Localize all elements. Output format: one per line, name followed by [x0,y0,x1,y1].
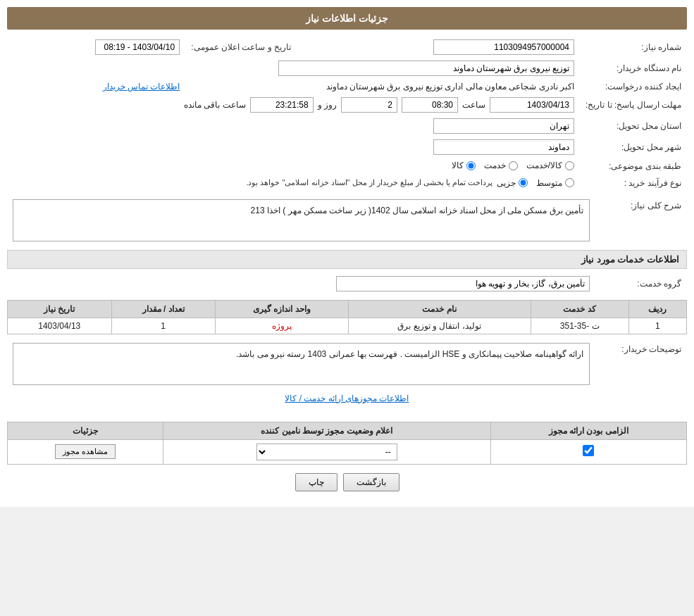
table-row: 1 ت -35-351 تولید، انتقال و توزیع برق پر… [8,318,687,334]
cell-unit: پروژه [215,318,348,334]
service-group-label: گروه خدمت: [595,273,687,294]
col-header-unit: واحد اندازه گیری [215,300,348,318]
need-desc-label: شرح کلی نیاز: [595,196,687,244]
days-label: روز و [318,100,337,110]
perm-status-cell: -- [163,439,490,464]
cell-code: ت -35-351 [531,318,628,334]
need-number-input[interactable] [433,39,574,55]
buyer-notes-value: ارائه گواهینامه صلاحیت پیمانکاری و HSE ا… [13,343,590,385]
response-date-input [490,97,574,113]
category-option-khedmat[interactable]: خدمت [484,161,518,170]
action-buttons: بازگشت چاپ [7,473,687,491]
category-option-kala-khedmat[interactable]: کالا/خدمت [526,161,574,170]
buyer-notes-label: توضیحات خریدار: [595,340,687,388]
col-header-row: ردیف [628,300,686,318]
remaining-label: ساعت باقی مانده [184,100,246,110]
city-input [433,139,574,155]
announce-date-label: تاریخ و ساعت اعلان عمومی: [185,37,297,58]
need-number-label: شماره نیاز: [580,37,687,58]
col-header-name: نام خدمت [348,300,531,318]
cell-date: 1403/04/13 [8,318,112,334]
remaining-days-input [341,97,397,113]
perm-details-cell: مشاهده مجوز [8,439,163,464]
perm-status-select[interactable]: -- [256,444,397,460]
view-permit-button[interactable]: مشاهده مجوز [55,444,116,459]
services-section-title: اطلاعات خدمات مورد نیاز [7,250,687,269]
service-group-input [336,276,590,291]
back-button[interactable]: بازگشت [343,473,399,491]
remaining-time-input [250,97,314,113]
perm-col-required: الزامی بودن ارائه مجوز [490,422,686,439]
perm-required-checkbox[interactable] [583,445,594,456]
perm-col-details: جزئیات [8,422,163,439]
purchase-type-label: نوع فرآیند خرید : [580,175,687,191]
province-label: استان محل تحویل: [580,115,687,137]
purchase-type-radio-group: متوسط جزیی [497,178,574,188]
category-radio-group: کالا/خدمت خدمت کالا [452,161,574,170]
province-input [433,118,574,134]
buyer-org-label: نام دستگاه خریدار: [580,58,687,79]
col-header-date: تاریخ نیاز [8,300,112,318]
creator-label: ایجاد کننده درخواست: [580,79,687,94]
print-button[interactable]: چاپ [295,473,337,491]
buyer-org-input [278,61,574,76]
page-title: جزئیات اطلاعات نیاز [7,7,687,30]
permissions-link[interactable]: اطلاعات مجوزهای ارائه خدمت / کالا [7,394,687,403]
time-label: ساعت [462,100,485,110]
creator-contact-link[interactable]: اطلاعات تماس خریدار [103,82,180,92]
need-desc-value: تأمین برق مسکن ملی از محل اسناد خزانه اس… [13,199,590,241]
response-deadline-label: مهلت ارسال پاسخ: تا تاریخ: [580,94,687,115]
category-label: طبقه بندی موضوعی: [580,158,687,175]
perm-required-cell [490,439,686,464]
category-option-kala[interactable]: کالا [452,161,476,170]
list-item: -- مشاهده مجوز [8,439,687,464]
purchase-type-note: پرداخت تمام یا بخشی از مبلغ خریدار از مح… [246,178,492,187]
cell-name: تولید، انتقال و توزیع برق [348,318,531,334]
col-header-code: کد خدمت [531,300,628,318]
city-label: شهر محل تحویل: [580,137,687,158]
creator-value: اکبر نادری شجاعی معاون مالی اداری توزیع … [326,82,574,92]
response-time-input [402,97,458,113]
announce-date-input [95,39,180,55]
purchase-type-jozii[interactable]: جزیی [497,178,528,188]
cell-row: 1 [628,318,686,334]
purchase-type-motavasset[interactable]: متوسط [536,178,574,188]
services-table: ردیف کد خدمت نام خدمت واحد اندازه گیری ت… [7,300,687,334]
cell-qty: 1 [111,318,215,334]
perm-col-status: اعلام وضعیت مجوز توسط نامین کننده [163,422,490,439]
permissions-table: الزامی بودن ارائه مجوز اعلام وضعیت مجوز … [7,422,687,465]
col-header-qty: تعداد / مقدار [111,300,215,318]
